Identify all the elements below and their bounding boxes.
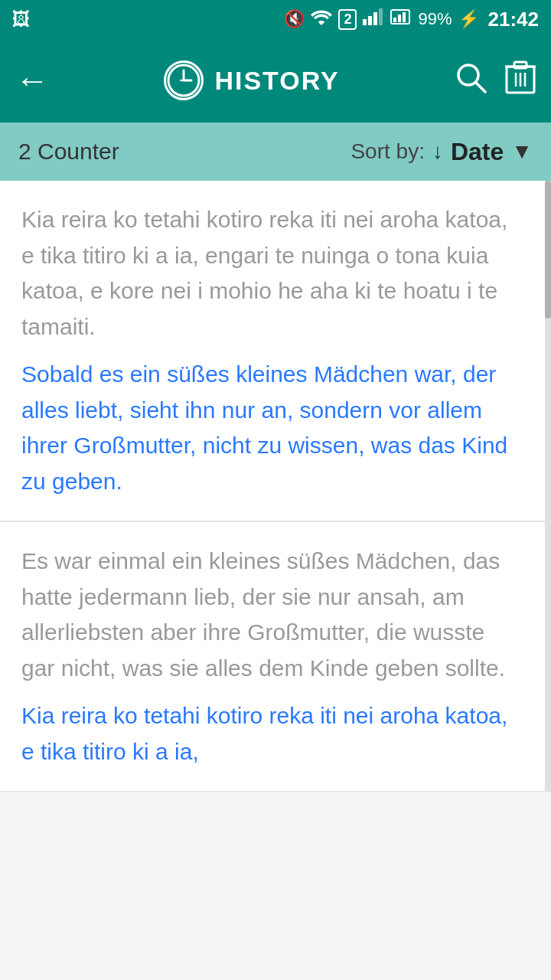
content-wrapper: Kia reira ko tetahi kotiro reka iti nei …: [0, 181, 551, 792]
svg-rect-15: [514, 62, 527, 68]
item-translated-text: Kia reira ko tetahi kotiro reka iti nei …: [21, 698, 517, 769]
svg-point-8: [168, 65, 199, 96]
svg-rect-5: [393, 18, 396, 22]
image-icon: 🖼: [12, 8, 31, 30]
sort-controls[interactable]: Sort by: ↓ Date ▼: [350, 138, 533, 166]
signal-icon: [363, 8, 384, 30]
toolbar-center: HISTORY: [164, 60, 339, 100]
svg-rect-0: [363, 19, 367, 25]
status-left: 🖼: [12, 8, 31, 30]
history-item[interactable]: Kia reira ko tetahi kotiro reka iti nei …: [0, 181, 545, 521]
items-container: Kia reira ko tetahi kotiro reka iti nei …: [0, 181, 545, 792]
svg-rect-2: [373, 12, 377, 25]
item-translated-text: Sobald es ein süßes kleines Mädchen war,…: [21, 357, 517, 499]
status-bar: 🖼 🔇 2 99%: [0, 0, 551, 38]
counter-label: 2 Counter: [18, 139, 119, 165]
sort-by-label: Sort by:: [350, 139, 424, 164]
back-button[interactable]: ←: [15, 61, 49, 100]
toolbar-title: HISTORY: [214, 66, 339, 96]
mute-icon: 🔇: [284, 9, 305, 29]
toolbar: ← HISTORY: [0, 38, 551, 122]
sort-bar: 2 Counter Sort by: ↓ Date ▼: [0, 122, 551, 181]
svg-rect-6: [398, 15, 401, 22]
sim-signal-icon: [390, 8, 412, 30]
battery-text: 99%: [418, 9, 452, 29]
battery-icon: ⚡: [458, 9, 479, 29]
dropdown-arrow-icon[interactable]: ▼: [511, 139, 533, 164]
clock-icon: [164, 60, 204, 100]
svg-rect-7: [403, 12, 406, 22]
svg-rect-1: [368, 16, 372, 25]
svg-rect-3: [379, 8, 383, 25]
item-original-text: Es war einmal ein kleines süßes Mädchen,…: [21, 544, 517, 686]
sort-value: Date: [451, 138, 504, 166]
badge-icon: 2: [338, 9, 357, 30]
scrollbar-track[interactable]: [545, 181, 551, 792]
delete-button[interactable]: [505, 60, 536, 101]
search-button[interactable]: [455, 61, 487, 100]
svg-line-12: [476, 83, 485, 92]
item-original-text: Kia reira ko tetahi kotiro reka iti nei …: [21, 202, 517, 345]
history-item[interactable]: Es war einmal ein kleines süßes Mädchen,…: [0, 522, 545, 792]
wifi-icon: [311, 8, 332, 30]
time-display: 21:42: [488, 8, 540, 31]
sort-direction-arrow: ↓: [432, 139, 443, 164]
scrollbar-thumb[interactable]: [545, 181, 551, 318]
status-right: 🔇 2 99% ⚡ 21: [284, 8, 539, 31]
